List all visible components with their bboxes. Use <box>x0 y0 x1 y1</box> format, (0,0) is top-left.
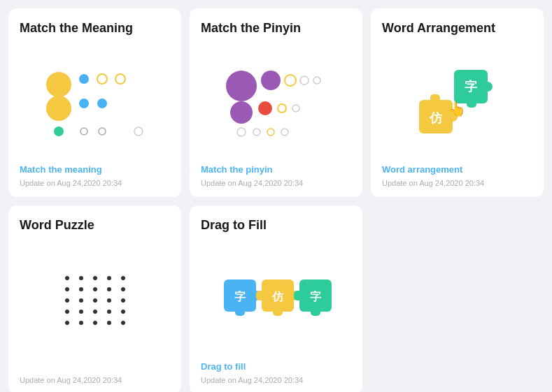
svg-point-20 <box>237 128 246 136</box>
svg-text:字: 字 <box>234 290 246 303</box>
wp-dot <box>93 276 97 280</box>
wp-dot <box>79 287 83 291</box>
wp-dot <box>79 298 83 303</box>
card-word-arrangement: Word Arrangement 字 <box>371 8 544 197</box>
svg-point-19 <box>292 105 299 112</box>
wp-dot <box>65 276 69 280</box>
wp-dot <box>107 310 111 314</box>
svg-point-5 <box>79 99 89 108</box>
svg-point-17 <box>258 101 272 115</box>
wp-dot <box>121 321 125 325</box>
card-link-match-pinyin[interactable]: Match the pinyin <box>201 164 273 175</box>
svg-point-1 <box>79 74 89 84</box>
word-puzzle-dot-grid <box>58 269 132 332</box>
card-update-word-puzzle: Update on Aug 24,2020 20:34 <box>20 376 122 384</box>
svg-text:字: 字 <box>465 79 478 94</box>
meaning-dots-svg <box>39 65 151 142</box>
visual-match-meaning <box>20 43 170 164</box>
svg-rect-40 <box>273 307 283 316</box>
visual-word-puzzle <box>20 240 170 361</box>
svg-point-9 <box>99 128 106 135</box>
card-match-pinyin: Match the Pinyin Match the p <box>190 8 362 197</box>
wp-row-5 <box>65 321 125 325</box>
wp-dot <box>121 310 125 314</box>
svg-text:👆: 👆 <box>448 101 466 117</box>
svg-point-15 <box>313 77 320 84</box>
wp-dot <box>79 310 83 314</box>
cards-grid: Match the Meaning Match the me <box>8 8 544 392</box>
wp-dot <box>93 321 97 325</box>
svg-point-4 <box>46 96 71 121</box>
wp-row-2 <box>65 287 125 291</box>
wp-dot <box>107 287 111 291</box>
svg-text:字: 字 <box>310 290 322 303</box>
svg-rect-38 <box>256 291 266 300</box>
drag-fill-svg: 字 仿 字 <box>217 273 336 328</box>
card-title-word-puzzle: Word Puzzle <box>20 218 94 233</box>
svg-rect-44 <box>311 307 320 316</box>
card-link-match-meaning[interactable]: Match the meaning <box>20 164 102 175</box>
card-update-match-pinyin: Update on Aug 24,2020 20:34 <box>201 179 303 187</box>
wp-dot <box>93 287 97 291</box>
card-update-word-arrangement: Update on Aug 24,2020 20:34 <box>382 179 484 187</box>
visual-drag-to-fill: 字 仿 字 <box>201 240 351 361</box>
wp-dot <box>93 298 97 303</box>
svg-point-8 <box>80 128 87 135</box>
visual-match-pinyin <box>201 43 351 164</box>
svg-point-13 <box>285 75 296 86</box>
card-title-word-arrangement: Word Arrangement <box>382 21 495 36</box>
wp-dot <box>79 321 83 325</box>
card-title-drag-to-fill: Drag to Fill <box>201 218 267 233</box>
wp-dot <box>65 287 69 291</box>
svg-point-12 <box>261 71 281 90</box>
svg-rect-29 <box>430 94 440 104</box>
card-drag-to-fill: Drag to Fill 字 仿 <box>190 205 362 392</box>
arrangement-puzzle-svg: 字 仿 👆 <box>412 68 503 138</box>
wp-dot <box>79 276 83 280</box>
svg-text:仿: 仿 <box>271 291 284 303</box>
svg-point-23 <box>281 129 288 136</box>
pinyin-dots-svg <box>220 65 332 142</box>
card-word-puzzle: Word Puzzle <box>8 205 181 392</box>
svg-rect-26 <box>467 99 476 108</box>
card-update-match-meaning: Update on Aug 24,2020 20:34 <box>20 179 122 187</box>
wp-dot <box>107 321 111 325</box>
wp-dot <box>107 298 111 303</box>
card-update-drag-to-fill: Update on Aug 24,2020 20:34 <box>201 376 303 384</box>
svg-point-18 <box>278 104 286 112</box>
wp-row-4 <box>65 310 125 314</box>
svg-point-10 <box>134 127 143 136</box>
card-link-word-arrangement[interactable]: Word arrangement <box>382 164 462 175</box>
svg-point-21 <box>253 129 260 136</box>
svg-point-6 <box>97 99 107 108</box>
card-match-meaning: Match the Meaning Match the me <box>8 8 181 197</box>
svg-rect-35 <box>235 307 245 316</box>
svg-point-3 <box>115 74 125 84</box>
wp-dot <box>121 298 125 303</box>
svg-point-22 <box>267 129 274 136</box>
wp-dot <box>121 287 125 291</box>
wp-dot <box>65 298 69 303</box>
svg-point-11 <box>226 71 257 101</box>
svg-point-2 <box>97 74 107 84</box>
wp-dot <box>65 321 69 325</box>
svg-point-16 <box>230 101 253 124</box>
visual-word-arrangement: 字 仿 👆 <box>382 43 532 164</box>
svg-point-14 <box>300 76 309 85</box>
svg-rect-43 <box>294 291 304 300</box>
svg-text:仿: 仿 <box>429 111 443 125</box>
wp-dot <box>93 310 97 314</box>
svg-point-25 <box>483 82 493 92</box>
card-title-match-pinyin: Match the Pinyin <box>201 21 301 36</box>
card-link-drag-to-fill[interactable]: Drag to fill <box>201 361 246 372</box>
wp-row-1 <box>65 276 125 280</box>
wp-dot <box>107 276 111 280</box>
svg-point-0 <box>46 72 71 97</box>
svg-point-7 <box>54 126 64 136</box>
card-title-match-meaning: Match the Meaning <box>20 21 133 36</box>
wp-row-3 <box>65 298 125 303</box>
wp-dot <box>65 310 69 314</box>
wp-dot <box>121 276 125 280</box>
